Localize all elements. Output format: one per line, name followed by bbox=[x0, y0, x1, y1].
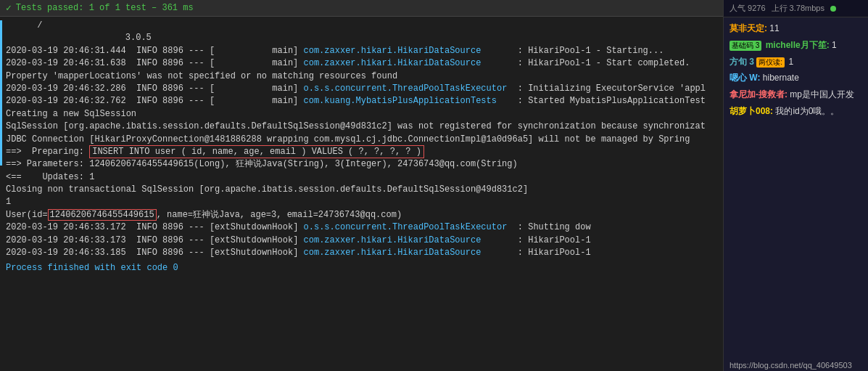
chat-panel: 人气 9276 上行 3.78mbps 莫非天定: 11 基础码 3 miche… bbox=[723, 0, 868, 371]
user-id: 12406206746455449615 bbox=[48, 209, 157, 221]
chat-username-3: 方旬 3 bbox=[729, 57, 754, 67]
chat-link: https://blog.csdn.net/qq_40649503 bbox=[724, 359, 868, 371]
log-process: Process finished with exit code 0 bbox=[6, 262, 717, 274]
log-line-1: 2020-03-19 20:46:31.444 INFO 8896 --- [ … bbox=[6, 45, 717, 57]
log-line-3: 2020-03-19 20:46:32.286 INFO 8896 --- [ … bbox=[6, 83, 717, 95]
chat-message-6: 胡萝卜008: 我的id为0哦。。 bbox=[724, 103, 868, 120]
log-shut1: 2020-03-19 20:46:33.172 INFO 8896 --- [e… bbox=[6, 221, 717, 234]
blue-bar bbox=[0, 20, 2, 166]
chat-username-5: 拿尼加-搜救者: bbox=[729, 89, 788, 99]
chat-badge-3: 两仪读: bbox=[756, 57, 785, 68]
chat-stats: 人气 9276 上行 3.78mbps bbox=[724, 0, 868, 17]
chat-messages: 莫非天定: 11 基础码 3 michelle月下笙: 1 方旬 3 两仪读: … bbox=[724, 17, 868, 359]
log-preparing: ==> Preparing: INSERT INTO user ( id, na… bbox=[6, 146, 717, 158]
chat-audience: 人气 9276 bbox=[729, 3, 766, 14]
chat-content-2: 1 bbox=[832, 40, 837, 50]
log-updates: <== Updates: 1 bbox=[6, 171, 717, 184]
chat-message-1: 莫非天定: 11 bbox=[724, 20, 868, 37]
chat-content-4: hibernate bbox=[763, 73, 799, 83]
chat-content-1: 11 bbox=[769, 23, 779, 33]
line-slash: / bbox=[6, 20, 717, 32]
log-creating: Creating a new SqlSession bbox=[6, 108, 717, 121]
log-closing: Closing non transactional SqlSession [or… bbox=[6, 184, 717, 196]
log-user: User(id=12406206746455449615, name=狂神说Ja… bbox=[6, 209, 717, 221]
chat-message-3: 方旬 3 两仪读: 1 bbox=[724, 54, 868, 70]
log-one: 1 bbox=[6, 196, 717, 208]
log-shut3: 2020-03-19 20:46:33.185 INFO 8896 --- [e… bbox=[6, 247, 717, 259]
chat-message-5: 拿尼加-搜救者: mp是中国人开发 bbox=[724, 86, 868, 103]
chat-content-3: 1 bbox=[788, 57, 793, 67]
chat-content-6: 我的id为0哦。。 bbox=[775, 106, 839, 116]
top-bar: ✓ Tests passed: 1 of 1 test – 361 ms bbox=[0, 0, 723, 17]
console-area: ✓ Tests passed: 1 of 1 test – 361 ms / 3… bbox=[0, 0, 723, 371]
test-status: Tests passed: 1 of 1 test – 361 ms bbox=[16, 3, 194, 13]
console-content: / 3.0.5 2020-03-19 20:46:31.444 INFO 889… bbox=[0, 17, 723, 367]
chat-username-6: 胡萝卜008: bbox=[729, 106, 773, 116]
log-line-warn: Property 'mapperLocations' was not speci… bbox=[6, 70, 717, 83]
line-version: 3.0.5 bbox=[6, 32, 717, 44]
chat-username-2: michelle月下笙: bbox=[766, 40, 830, 50]
log-line-2: 2020-03-19 20:46:31.638 INFO 8896 --- [ … bbox=[6, 57, 717, 70]
check-icon: ✓ bbox=[6, 2, 12, 14]
chat-content-5: mp是中国人开发 bbox=[790, 89, 854, 99]
chat-message-2: 基础码 3 michelle月下笙: 1 bbox=[724, 37, 868, 54]
chat-speed: 上行 3.78mbps bbox=[772, 3, 824, 14]
log-params: ==> Parameters: 12406206746455449615(Lon… bbox=[6, 158, 717, 171]
log-jdbc: JDBC Connection [HikariProxyConnection@1… bbox=[6, 134, 717, 146]
chat-badge-2: 基础码 3 bbox=[729, 41, 761, 51]
chat-username-4: 嗯心 W: bbox=[729, 73, 760, 83]
chat-message-4: 嗯心 W: hibernate bbox=[724, 70, 868, 86]
log-shut2: 2020-03-19 20:46:33.173 INFO 8896 --- [e… bbox=[6, 235, 717, 247]
log-sqlsession: SqlSession [org.apache.ibatis.session.de… bbox=[6, 121, 717, 133]
online-indicator bbox=[830, 6, 836, 12]
chat-username-1: 莫非天定: bbox=[729, 23, 767, 33]
log-line-4: 2020-03-19 20:46:32.762 INFO 8896 --- [ … bbox=[6, 95, 717, 107]
sql-statement: INSERT INTO user ( id, name, age, email … bbox=[89, 145, 424, 158]
